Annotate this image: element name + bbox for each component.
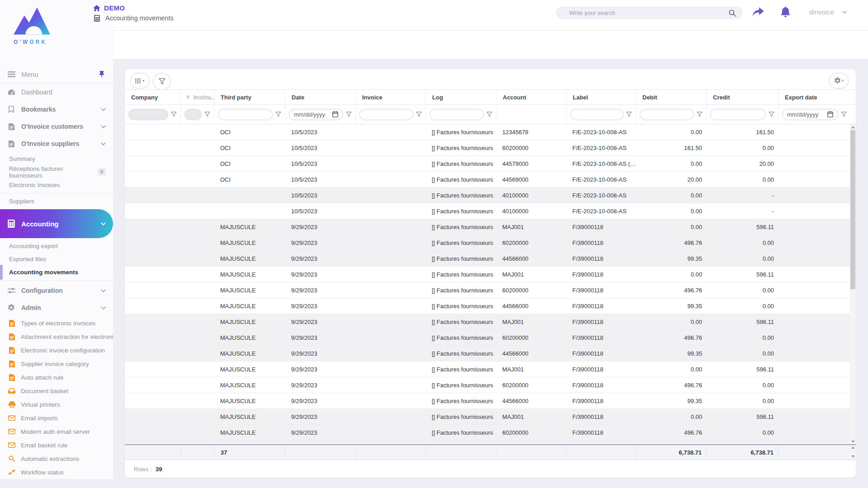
table-row[interactable]: MAJUSCULE9/29/2023[] Factures fournisseu… <box>125 393 856 409</box>
search-icon[interactable] <box>728 9 736 17</box>
filter-menu-icon[interactable] <box>769 112 774 117</box>
filter-menu-icon[interactable] <box>626 112 632 117</box>
table-row[interactable]: MAJUSCULE9/29/2023[] Factures fournisseu… <box>125 314 856 330</box>
table-row[interactable]: OCI10/5/2023[] Factures fournisseurs4456… <box>125 172 856 188</box>
sidebar-subitem[interactable]: Réceptions factures fournisseurs0 <box>0 165 113 178</box>
table-row[interactable]: MAJUSCULE9/29/2023[] Factures fournisseu… <box>125 282 856 298</box>
table-row[interactable]: MAJUSCULE9/29/2023[] Factures fournisseu… <box>125 298 856 314</box>
sidebar-section-accounting[interactable]: Accounting <box>0 209 113 238</box>
calendar-icon[interactable] <box>331 111 339 117</box>
table-row[interactable]: OCI10/5/2023[] Factures fournisseurs1234… <box>125 124 856 140</box>
sidebar-subitem[interactable]: Accounting movements <box>0 266 113 279</box>
sidebar-item[interactable]: Admin <box>0 299 113 316</box>
grid-settings-button[interactable]: ▾ <box>829 73 849 89</box>
table-row[interactable]: MAJUSCULE9/29/2023[] Factures fournisseu… <box>125 409 856 425</box>
app-logo[interactable]: O'WORK <box>5 3 55 45</box>
vertical-scrollbar[interactable] <box>850 124 856 444</box>
sidebar-menu-header[interactable]: Menu <box>0 66 113 83</box>
column-header-company[interactable]: Company <box>125 90 181 104</box>
filter-menu-icon[interactable] <box>346 112 352 117</box>
filter-menu-icon[interactable] <box>486 112 492 117</box>
scroll-up-icon[interactable] <box>850 124 856 130</box>
filter-institution-input[interactable] <box>184 109 202 120</box>
column-header-label[interactable]: Label <box>566 90 636 104</box>
scroll-down-icon[interactable] <box>851 455 855 458</box>
column-header-third_party[interactable]: Third party <box>214 90 285 104</box>
sidebar-subitem[interactable]: Electronic invoice configuration <box>0 343 113 357</box>
calendar-icon[interactable] <box>826 111 834 117</box>
column-header-date[interactable]: Date <box>285 90 356 104</box>
pin-sidebar-icon[interactable] <box>98 71 106 78</box>
table-row[interactable]: OCI10/5/2023[] Factures fournisseurs6020… <box>125 140 856 156</box>
bell-icon[interactable] <box>781 7 790 19</box>
filter-menu-icon[interactable] <box>204 112 210 117</box>
filter-date-date-input[interactable]: mm/dd/yyyy <box>289 109 343 120</box>
scroll-down-icon[interactable] <box>850 439 856 444</box>
sidebar-subitem[interactable]: Supplier invoice category <box>0 357 113 371</box>
column-header-log[interactable]: Log <box>426 90 496 104</box>
sidebar-subitem[interactable]: Accounting export <box>0 239 113 253</box>
filter-menu-icon[interactable] <box>171 112 177 117</box>
filter-menu-icon[interactable] <box>697 112 703 117</box>
table-row[interactable]: MAJUSCULE9/29/2023[] Factures fournisseu… <box>125 219 856 235</box>
sidebar-item[interactable]: O'Invoice customers <box>0 118 113 135</box>
table-row[interactable]: 10/5/2023[] Factures fournisseurs4010000… <box>125 203 856 219</box>
filter-menu-icon[interactable] <box>841 112 847 117</box>
column-header-invoice[interactable]: Invoice <box>356 90 426 104</box>
sidebar-subitem[interactable]: Email imports <box>0 411 113 425</box>
home-icon[interactable] <box>93 5 101 11</box>
table-row[interactable]: MAJUSCULE9/29/2023[] Factures fournisseu… <box>125 425 856 441</box>
filter-export_date-date-input[interactable]: mm/dd/yyyy <box>782 109 838 120</box>
group-expand-icon[interactable] <box>187 95 190 99</box>
totals-mini-scrollbar[interactable] <box>850 445 856 459</box>
sidebar-subitem[interactable]: Modern auth email server <box>0 425 113 438</box>
sidebar-subitem[interactable]: Document basket <box>0 384 113 398</box>
sidebar-subitem[interactable]: Workflow status <box>0 465 113 479</box>
column-header-credit[interactable]: Credit <box>707 90 778 104</box>
hamburger-icon[interactable] <box>7 71 15 77</box>
sidebar-subitem[interactable]: Types of electronic invoices <box>0 316 113 330</box>
table-row[interactable]: MAJUSCULE9/29/2023[] Factures fournisseu… <box>125 377 856 393</box>
sidebar-item[interactable]: O'Invoice suppliers <box>0 135 113 152</box>
sidebar-item[interactable]: Dashboard <box>0 84 113 101</box>
sidebar-subitem[interactable]: Automatic extractions <box>0 452 113 465</box>
table-row[interactable]: MAJUSCULE9/29/2023[] Factures fournisseu… <box>125 330 856 346</box>
filter-menu-icon[interactable] <box>416 112 422 117</box>
sidebar-subitem[interactable]: Attachment extraction for electroni <box>0 330 113 343</box>
table-row[interactable]: OCI10/5/2023[] Factures fournisseurs4457… <box>125 156 856 172</box>
table-row[interactable]: MAJUSCULE9/29/2023[] Factures fournisseu… <box>125 361 856 377</box>
sidebar-subitem[interactable]: Virtual printers <box>0 398 113 411</box>
global-search[interactable] <box>556 7 742 19</box>
table-row[interactable] <box>125 441 856 444</box>
column-header-debit[interactable]: Debit <box>636 90 707 104</box>
table-row[interactable]: MAJUSCULE9/29/2023[] Factures fournisseu… <box>125 267 856 282</box>
sidebar-subitem[interactable]: Summary <box>0 152 113 165</box>
column-chooser-button[interactable]: ▾ <box>130 73 150 89</box>
filter-menu-icon[interactable] <box>275 112 281 117</box>
sidebar-item[interactable]: Bookmarks <box>0 101 113 118</box>
sidebar-item[interactable]: Configuration <box>0 282 113 299</box>
filter-log-input[interactable] <box>429 109 484 120</box>
column-header-export_date[interactable]: Export date <box>778 90 850 104</box>
user-menu[interactable]: dinvoice <box>809 8 849 16</box>
sidebar-subitem[interactable]: Suppliers <box>0 195 113 208</box>
scrollbar-thumb[interactable] <box>850 130 855 289</box>
sidebar-subitem[interactable]: Auto attach rule <box>0 371 113 384</box>
filter-credit-input[interactable] <box>710 109 766 120</box>
table-row[interactable]: MAJUSCULE9/29/2023[] Factures fournisseu… <box>125 346 856 361</box>
sidebar-subitem[interactable]: Exported files <box>0 253 113 266</box>
table-row[interactable]: MAJUSCULE9/29/2023[] Factures fournisseu… <box>125 251 856 267</box>
column-header-institution[interactable]: Institu... <box>181 90 214 104</box>
filter-company-input[interactable] <box>128 109 168 120</box>
filter-third_party-input[interactable] <box>218 109 273 120</box>
table-row[interactable]: 10/5/2023[] Factures fournisseurs4010000… <box>125 188 856 203</box>
table-row[interactable]: MAJUSCULE9/29/2023[] Factures fournisseu… <box>125 235 856 251</box>
filter-label-input[interactable] <box>570 109 623 120</box>
page-title[interactable]: DEMO <box>104 4 125 12</box>
filter-debit-input[interactable] <box>640 109 694 120</box>
filter-button[interactable] <box>153 73 171 90</box>
sidebar-subitem[interactable]: Electronic Invoices <box>0 178 113 192</box>
search-input[interactable] <box>568 9 728 17</box>
share-icon[interactable] <box>752 7 764 19</box>
filter-invoice-input[interactable] <box>359 109 413 120</box>
